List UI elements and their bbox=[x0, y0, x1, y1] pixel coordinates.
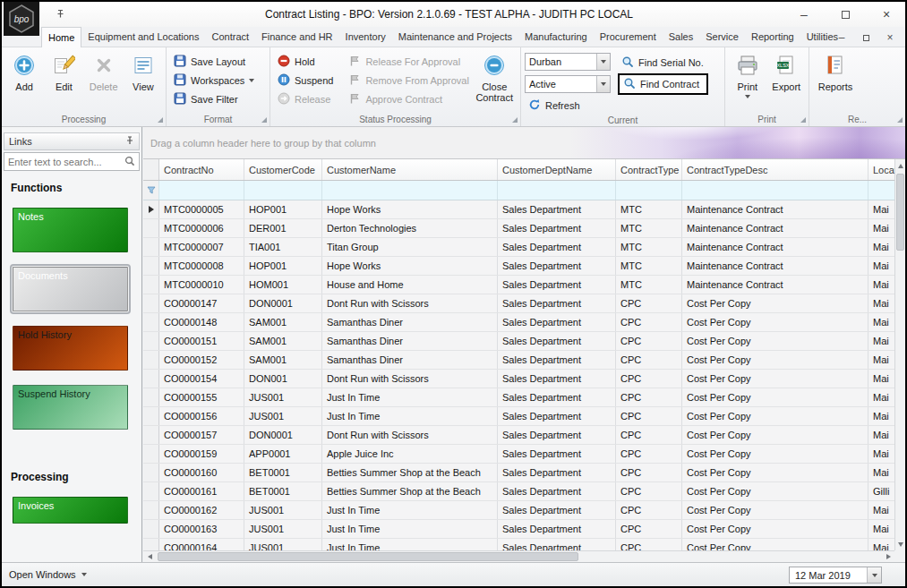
tab-finance-and-hr[interactable]: Finance and HR bbox=[255, 27, 339, 47]
dialog-launcher-icon[interactable] bbox=[800, 117, 806, 123]
dialog-launcher-icon[interactable] bbox=[158, 117, 163, 123]
branch-select[interactable]: Durban bbox=[525, 53, 611, 71]
pin-icon[interactable] bbox=[125, 136, 134, 147]
delete-button[interactable]: Delete bbox=[85, 49, 123, 112]
tab-home[interactable]: Home bbox=[41, 27, 81, 47]
table-row[interactable]: CO0000163JUS001Just In TimeSales Departm… bbox=[143, 520, 894, 539]
scroll-left-button[interactable] bbox=[143, 551, 156, 562]
quick-access-pin-icon[interactable] bbox=[56, 9, 65, 21]
filter-cell-contractno[interactable] bbox=[159, 181, 244, 200]
save-layout-button[interactable]: Save Layout bbox=[170, 52, 258, 71]
column-header-location[interactable]: Location bbox=[868, 159, 894, 180]
table-row[interactable]: CO0000148SAM001Samanthas DinerSales Depa… bbox=[143, 313, 894, 332]
tab-procurement[interactable]: Procurement bbox=[594, 27, 663, 47]
save-filter-button[interactable]: Save Filter bbox=[170, 89, 258, 108]
status-select-arrow[interactable] bbox=[596, 76, 610, 92]
column-header-customername[interactable]: CustomerName bbox=[322, 159, 498, 180]
table-row[interactable]: CO0000157DON0001Dont Run with ScissorsSa… bbox=[143, 426, 894, 445]
table-row[interactable]: CO0000151SAM001Samanthas DinerSales Depa… bbox=[143, 332, 894, 351]
column-header-contracttypedesc[interactable]: ContractTypeDesc bbox=[682, 159, 868, 180]
sidebar-button-documents[interactable]: Documents bbox=[13, 267, 128, 311]
table-row[interactable]: MTC0000007TIA001Titan GroupSales Departm… bbox=[143, 238, 894, 257]
dialog-launcher-icon[interactable] bbox=[897, 117, 903, 123]
view-button[interactable]: View bbox=[124, 49, 162, 112]
date-picker-arrow[interactable] bbox=[867, 567, 881, 583]
table-row[interactable]: CO0000155JUS001Just In TimeSales Departm… bbox=[143, 388, 894, 407]
refresh-button[interactable]: Refresh bbox=[525, 96, 618, 115]
table-row[interactable]: CO0000147DON0001Dont Run with ScissorsSa… bbox=[143, 294, 894, 313]
approve-contract-button[interactable]: Approve Contract bbox=[345, 89, 472, 108]
horizontal-scrollbar[interactable] bbox=[143, 550, 894, 562]
dialog-launcher-icon[interactable] bbox=[512, 117, 518, 123]
status-select[interactable]: Active bbox=[525, 75, 611, 93]
release-for-approval-button[interactable]: Release For Approval bbox=[345, 52, 472, 71]
table-row[interactable]: CO0000159APP0001Apple Juice IncSales Dep… bbox=[143, 445, 894, 464]
tab-maintenance-and-projects[interactable]: Maintenance and Projects bbox=[392, 27, 518, 47]
find-contract-button[interactable]: Find Contract bbox=[618, 73, 708, 95]
tab-service[interactable]: Service bbox=[699, 27, 745, 47]
filter-cell-customerdeptname[interactable] bbox=[498, 181, 616, 200]
child-minimize-button[interactable]: – bbox=[835, 31, 848, 44]
suspend-button[interactable]: Suspend bbox=[274, 71, 345, 89]
sidebar-button-hold-history[interactable]: Hold History bbox=[13, 326, 128, 371]
window-maximize-button[interactable] bbox=[832, 5, 859, 23]
table-row[interactable]: MTC0000010HOM001House and HomeSales Depa… bbox=[143, 276, 894, 294]
search-icon[interactable] bbox=[124, 156, 135, 168]
sidebar-button-suspend-history[interactable]: Suspend History bbox=[13, 385, 128, 430]
close-contract-button[interactable]: Close Contract bbox=[472, 49, 517, 112]
scroll-down-button[interactable] bbox=[895, 538, 905, 550]
table-row[interactable]: CO0000154DON001Dont Run with ScissorsSal… bbox=[143, 370, 894, 388]
table-row[interactable]: CO0000160BET0001Betties Summer Shop at t… bbox=[143, 464, 894, 482]
bpo-logo[interactable]: bpo bbox=[4, 2, 39, 36]
table-row[interactable]: MTC0000005HOP001Hope WorksSales Departme… bbox=[143, 200, 894, 219]
table-row[interactable]: MTC0000006DER001Derton TechnologiesSales… bbox=[143, 219, 894, 238]
sidebar-search-input[interactable] bbox=[8, 157, 124, 167]
export-button[interactable]: XLSX Export bbox=[768, 49, 806, 112]
tab-inventory[interactable]: Inventory bbox=[339, 27, 392, 47]
column-header-customercode[interactable]: CustomerCode bbox=[244, 159, 322, 180]
sidebar-button-invoices[interactable]: Invoices bbox=[13, 497, 128, 524]
workspaces-button[interactable]: Workspaces bbox=[170, 71, 258, 89]
child-restore-button[interactable] bbox=[860, 31, 872, 44]
scroll-right-button[interactable] bbox=[882, 551, 894, 562]
date-picker[interactable]: 12 Mar 2019 bbox=[789, 567, 882, 584]
find-serial-button[interactable]: Find Serial No. bbox=[618, 53, 708, 72]
group-by-panel[interactable]: Drag a column header here to group by th… bbox=[143, 127, 905, 159]
filter-cell-customername[interactable] bbox=[322, 181, 498, 200]
links-panel-header[interactable]: Links bbox=[4, 132, 140, 150]
column-header-contractno[interactable]: ContractNo bbox=[159, 159, 244, 180]
window-close-button[interactable]: × bbox=[873, 5, 900, 23]
tab-sales[interactable]: Sales bbox=[663, 27, 700, 47]
remove-from-approval-button[interactable]: Remove From Approval bbox=[345, 71, 472, 89]
branch-select-arrow[interactable] bbox=[596, 54, 610, 70]
table-row[interactable]: CO0000161BET0001Betties Summer Shop at t… bbox=[143, 482, 894, 501]
release-button[interactable]: Release bbox=[274, 89, 345, 108]
tab-reporting[interactable]: Reporting bbox=[745, 27, 800, 47]
tab-contract[interactable]: Contract bbox=[206, 27, 256, 47]
filter-cell-contracttypedesc[interactable] bbox=[682, 181, 868, 200]
tab-manufacturing[interactable]: Manufacturing bbox=[518, 27, 594, 47]
window-minimize-button[interactable]: – bbox=[791, 5, 817, 23]
vertical-scroll-thumb[interactable] bbox=[896, 174, 904, 251]
column-header-customerdeptname[interactable]: CustomerDeptName bbox=[498, 159, 616, 180]
table-row[interactable]: MTC0000008HOP001Hope WorksSales Departme… bbox=[143, 257, 894, 276]
hold-button[interactable]: Hold bbox=[274, 52, 345, 71]
filter-cell-contracttype[interactable] bbox=[616, 181, 682, 200]
print-button[interactable]: Print bbox=[729, 49, 766, 112]
table-row[interactable]: CO0000164JUS001Just In TimeSales Departm… bbox=[143, 539, 894, 550]
filter-cell-customercode[interactable] bbox=[244, 181, 322, 200]
reports-button[interactable]: Reports bbox=[813, 49, 858, 112]
child-close-button[interactable]: × bbox=[884, 31, 896, 44]
dialog-launcher-icon[interactable] bbox=[261, 117, 267, 123]
vertical-scroll-track[interactable] bbox=[895, 172, 905, 538]
edit-button[interactable]: Edit bbox=[45, 49, 82, 112]
horizontal-scroll-thumb[interactable] bbox=[158, 552, 578, 561]
vertical-scrollbar[interactable] bbox=[894, 159, 905, 550]
horizontal-scroll-track[interactable] bbox=[156, 551, 882, 562]
sidebar-button-notes[interactable]: Notes bbox=[13, 208, 128, 252]
table-row[interactable]: CO0000152SAM001Samanthas DinerSales Depa… bbox=[143, 351, 894, 370]
column-header-contracttype[interactable]: ContractType bbox=[616, 159, 682, 180]
add-button[interactable]: Add bbox=[5, 49, 43, 112]
filter-cell-location[interactable] bbox=[868, 181, 894, 200]
tab-equipment-and-locations[interactable]: Equipment and Locations bbox=[81, 27, 205, 47]
